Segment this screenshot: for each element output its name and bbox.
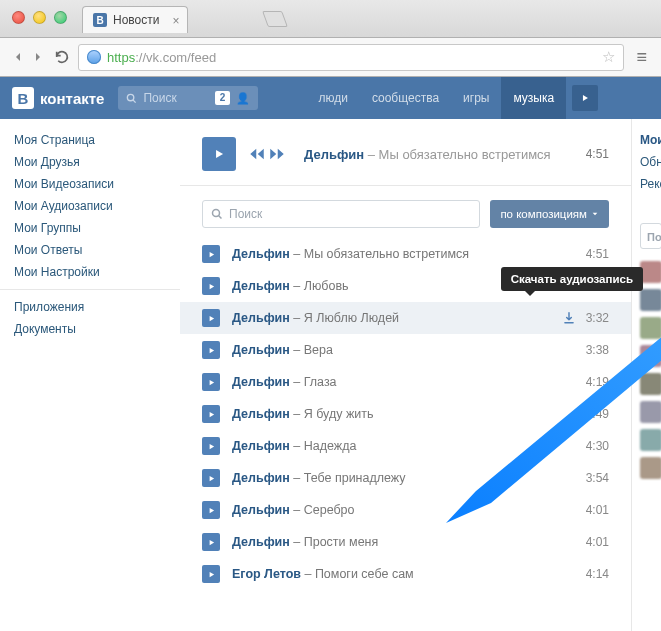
svg-point-1 (213, 210, 220, 217)
left-sidebar: Моя Страница Мои Друзья Мои Видеозаписи … (0, 119, 180, 631)
browser-toolbar: https://vk.com/feed ☆ ≡ (0, 38, 661, 77)
play-arrow-icon (580, 93, 590, 103)
bookmark-star-icon[interactable]: ☆ (602, 48, 615, 66)
track-duration: 3:38 (586, 343, 609, 357)
audio-search-input[interactable]: Поиск (202, 200, 480, 228)
maximize-window-button[interactable] (54, 11, 67, 24)
minimize-window-button[interactable] (33, 11, 46, 24)
search-icon (211, 208, 223, 220)
track-artist: Дельфин (232, 247, 290, 261)
close-tab-icon[interactable]: × (172, 14, 179, 28)
sidebar-my-settings[interactable]: Мои Настройки (0, 261, 180, 283)
sidebar-documents[interactable]: Документы (0, 318, 180, 340)
track-duration: 4:14 (586, 567, 609, 581)
search-mode-dropdown[interactable]: по композициям (490, 200, 609, 228)
track-info: Дельфин – Я Люблю Людей (232, 311, 399, 325)
track-play-button[interactable] (202, 469, 220, 487)
track-info: Дельфин – Я буду жить (232, 407, 374, 421)
track-info: Дельфин – Мы обязательно встретимся (232, 247, 469, 261)
track-row[interactable]: Дельфин – Вера3:38 (180, 334, 631, 366)
forward-button[interactable] (30, 49, 46, 65)
nav-communities[interactable]: сообщества (360, 77, 451, 119)
reload-button[interactable] (54, 49, 70, 65)
vk-favicon: B (93, 13, 107, 27)
track-play-button[interactable] (202, 501, 220, 519)
track-title: Мы обязательно встретимся (304, 247, 469, 261)
sidebar-my-groups[interactable]: Мои Группы (0, 217, 180, 239)
sidebar-my-answers[interactable]: Мои Ответы (0, 239, 180, 261)
now-playing-artist: Дельфин (304, 147, 364, 162)
track-info: Дельфин – Глаза (232, 375, 337, 389)
now-playing-duration: 4:51 (586, 147, 609, 161)
vk-header-search[interactable]: Поиск 2 👤 (118, 86, 258, 110)
play-button[interactable] (202, 137, 236, 171)
track-artist: Дельфин (232, 439, 290, 453)
sidebar-apps[interactable]: Приложения (0, 296, 180, 318)
right-link-recommended[interactable]: Рекоме (640, 177, 661, 191)
sidebar-my-page[interactable]: Моя Страница (0, 129, 180, 151)
browser-title-bar: B Новости × (0, 0, 661, 38)
track-row[interactable]: Дельфин – Я Люблю Людей3:32 (180, 302, 631, 334)
track-duration: 4:30 (586, 439, 609, 453)
right-tab-my-audio[interactable]: Мои ау (640, 133, 661, 147)
track-row[interactable]: Дельфин – Серебро4:01 (180, 494, 631, 526)
track-info: Дельфин – Прости меня (232, 535, 378, 549)
track-info: Дельфин – Надежда (232, 439, 356, 453)
sidebar-my-friends[interactable]: Мои Друзья (0, 151, 180, 173)
browser-menu-icon[interactable]: ≡ (632, 47, 651, 68)
track-play-button[interactable] (202, 277, 220, 295)
track-row[interactable]: Дельфин – Я буду жить3:49 (180, 398, 631, 430)
track-duration: 4:01 (586, 535, 609, 549)
track-play-button[interactable] (202, 309, 220, 327)
audio-player: Дельфин – Мы обязательно встретимся 4:51 (180, 133, 631, 186)
prev-track-button[interactable] (248, 145, 266, 163)
right-panel: Мои ау Обновл Рекоме Поиск (631, 119, 661, 631)
track-play-button[interactable] (202, 373, 220, 391)
search-placeholder: Поиск (143, 91, 176, 105)
track-play-button[interactable] (202, 245, 220, 263)
tab-title: Новости (113, 13, 159, 27)
track-title: Тебе принадлежу (304, 471, 406, 485)
nav-games[interactable]: игры (451, 77, 501, 119)
track-artist: Дельфин (232, 407, 290, 421)
right-link-updates[interactable]: Обновл (640, 155, 661, 169)
track-info: Дельфин – Серебро (232, 503, 355, 517)
vk-logo[interactable]: B контакте (12, 87, 104, 109)
close-window-button[interactable] (12, 11, 25, 24)
track-row[interactable]: Егор Летов – Помоги себе сам4:14 (180, 558, 631, 590)
track-play-button[interactable] (202, 341, 220, 359)
track-play-button[interactable] (202, 437, 220, 455)
back-button[interactable] (10, 49, 26, 65)
track-duration: 4:51 (586, 247, 609, 261)
browser-tab[interactable]: B Новости × (82, 6, 188, 33)
notification-badge: 2 (215, 91, 231, 105)
next-track-button[interactable] (268, 145, 286, 163)
download-icon[interactable] (562, 311, 576, 325)
vk-header: B контакте Поиск 2 👤 люди сообщества игр… (0, 77, 661, 119)
nav-people[interactable]: люди (306, 77, 359, 119)
url-text: https://vk.com/feed (107, 50, 216, 65)
address-bar[interactable]: https://vk.com/feed ☆ (78, 44, 624, 71)
nav-music[interactable]: музыка (501, 77, 566, 119)
globe-icon (87, 50, 101, 64)
sidebar-my-videos[interactable]: Мои Видеозаписи (0, 173, 180, 195)
track-row[interactable]: Дельфин – Надежда4:30 (180, 430, 631, 462)
nav-more-arrow[interactable] (572, 85, 598, 111)
track-play-button[interactable] (202, 533, 220, 551)
download-tooltip: Скачать аудиозапись (501, 267, 643, 291)
track-row[interactable]: Дельфин – Прости меня4:01 (180, 526, 631, 558)
track-duration: 4:01 (586, 503, 609, 517)
track-row[interactable]: Дельфин – Глаза4:19 (180, 366, 631, 398)
search-icon (126, 93, 137, 104)
sidebar-divider (0, 289, 180, 290)
friend-thumbnails (640, 261, 661, 479)
track-duration: 4:19 (586, 375, 609, 389)
track-artist: Дельфин (232, 343, 290, 357)
sidebar-my-audio[interactable]: Мои Аудиозаписи (0, 195, 180, 217)
track-row[interactable]: Дельфин – Мы обязательно встретимся4:51 (180, 238, 631, 270)
track-play-button[interactable] (202, 405, 220, 423)
track-row[interactable]: Дельфин – Тебе принадлежу3:54 (180, 462, 631, 494)
right-search-input[interactable]: Поиск (640, 223, 661, 249)
new-tab-button[interactable] (262, 11, 288, 27)
track-play-button[interactable] (202, 565, 220, 583)
